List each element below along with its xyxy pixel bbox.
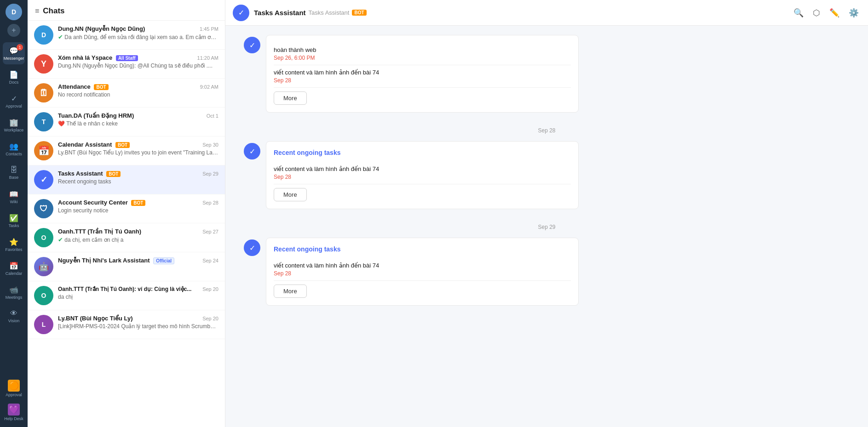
chat-avatar-tasks: ✓ [34, 170, 53, 189]
chat-item-yspace[interactable]: Y Xóm nhà lá Yspace All Staff 11:20 AM D… [28, 50, 225, 79]
workplace-icon: 🏢 [9, 118, 18, 127]
bot-avatar-2: ✓ [244, 143, 260, 159]
calendar-icon: 📅 [9, 262, 18, 270]
wiki-icon: 📖 [9, 190, 18, 199]
chat-item-attendance[interactable]: 🗓 Attendance BOT 9:02 AM No record notif… [28, 79, 225, 108]
chat-avatar-oanh2: O [34, 286, 53, 305]
user-avatar[interactable]: D [6, 4, 22, 20]
chat-content-tuan: Tuan.DA (Tuấn Đặng HRM) Oct 1 ❤️ Thế là … [58, 112, 218, 127]
sidebar-item-meetings[interactable]: 📹 Meetings [3, 281, 25, 303]
sidebar-item-approval[interactable]: ✓ Approval [3, 90, 25, 112]
chat-content-oanh: Oanh.TTT (Trần Thị Tú Oanh) Sep 27 ✔ da … [58, 228, 218, 243]
search-chat-button[interactable]: 🔍 [792, 6, 805, 20]
chat-avatar-dung: D [34, 25, 53, 45]
add-member-button[interactable]: ⬡ [811, 6, 822, 20]
more-button-3[interactable]: More [274, 285, 307, 298]
sidebar-item-wiki[interactable]: 📖 Wiki [3, 186, 25, 208]
chat-header-info: Tasks Assistant Tasks Assistant BOT [254, 9, 787, 17]
docs-icon: 📄 [9, 70, 18, 79]
edit-button[interactable]: ✏️ [828, 6, 841, 20]
check-icon-dung: ✔ [58, 34, 63, 40]
date-divider-sep28: Sep 28 [244, 127, 850, 134]
task-item-1a: hoàn thành web Sep 26, 6:00 PM [274, 43, 571, 65]
left-nav: D + 💬 Messenger 1 📄 Docs ✓ Approval 🏢 Wo… [0, 0, 28, 427]
chat-header-avatar: ✓ [233, 5, 249, 21]
message-card-1: hoàn thành web Sep 26, 6:00 PM viết cont… [266, 35, 579, 113]
chat-item-lark-assistant[interactable]: 🤖 Nguyễn Thị Nhi's Lark Assistant Offici… [28, 252, 225, 281]
chat-header-actions: 🔍 ⬡ ✏️ ⚙️ [792, 6, 861, 20]
bot-message-content-3: Recent ongoing tasks viết content và làm… [266, 238, 579, 307]
chat-item-tuan[interactable]: T Tuan.DA (Tuấn Đặng HRM) Oct 1 ❤️ Thế l… [28, 108, 225, 137]
chat-item-calendar-assistant[interactable]: 📅 Calendar Assistant BOT Sep 30 Ly.BNT (… [28, 137, 225, 165]
chat-content-dung: Dung.NN (Nguyễn Ngọc Dũng) 1:45 PM ✔ Da … [58, 25, 218, 40]
chat-content-oanh2: Oanh.TTT (Trần Thị Tú Oanh): ví dụ: Cùng… [58, 286, 218, 300]
chat-item-security[interactable]: 🛡 Account Security Center BOT Sep 28 Log… [28, 194, 225, 223]
check-icon-oanh: ✔ [58, 236, 63, 243]
chat-item-dung[interactable]: D Dung.NN (Nguyễn Ngọc Dũng) 1:45 PM ✔ D… [28, 21, 225, 50]
chat-content-calendar: Calendar Assistant BOT Sep 30 Ly.BNT (Bù… [58, 141, 218, 156]
settings-button[interactable]: ⚙️ [847, 6, 861, 20]
chat-messages: ✓ hoàn thành web Sep 26, 6:00 PM viết co… [225, 26, 868, 427]
task-item-1b: viết content và làm hình ảnh đến bài 74 … [274, 65, 571, 88]
sidebar-item-workplace[interactable]: 🏢 Workplace [3, 114, 25, 136]
chat-avatar-security: 🛡 [34, 199, 53, 218]
add-button[interactable]: + [7, 24, 20, 37]
chats-header-icon: ≡ [35, 7, 39, 15]
chat-avatar-tuan: T [34, 112, 53, 131]
chat-header-sub: Tasks Assistant [309, 9, 350, 16]
sidebar-item-favorites[interactable]: ⭐ Favorites [3, 233, 25, 256]
sidebar-item-contacts[interactable]: 👥 Contacts [3, 138, 25, 160]
security-bot-badge: BOT [131, 200, 145, 206]
calendar-bot-badge: BOT [115, 142, 130, 148]
sidebar-item-docs[interactable]: 📄 Docs [3, 66, 25, 88]
chat-header-bot-badge: BOT [352, 10, 366, 16]
chat-content-tasks: Tasks Assistant BOT Sep 29 Recent ongoin… [58, 170, 218, 185]
sidebar-item-vision[interactable]: 👁 Vision [3, 305, 25, 327]
sidebar-item-base[interactable]: 🗄 Base [3, 162, 25, 184]
approval2-icon: 🟠 [8, 380, 20, 392]
chat-item-oanh[interactable]: O Oanh.TTT (Trần Thị Tú Oanh) Sep 27 ✔ d… [28, 223, 225, 252]
yspace-badge: All Staff [116, 55, 138, 61]
message-row-section1: ✓ hoàn thành web Sep 26, 6:00 PM viết co… [244, 35, 850, 114]
chat-item-ly[interactable]: L Ly.BNT (Bùi Ngọc Tiểu Ly) Sep 20 [Link… [28, 310, 225, 339]
chats-title: Chats [43, 6, 64, 16]
chat-item-tasks-assistant[interactable]: ✓ Tasks Assistant BOT Sep 29 Recent ongo… [28, 165, 225, 194]
chat-content-yspace: Xóm nhà lá Yspace All Staff 11:20 AM Dun… [58, 54, 218, 69]
chat-avatar-calendar: 📅 [34, 141, 53, 160]
sidebar-item-messenger[interactable]: 💬 Messenger 1 [3, 42, 25, 64]
more-button-2[interactable]: More [274, 188, 307, 201]
heart-icon-tuan: ❤️ [58, 120, 65, 127]
favorites-icon: ⭐ [9, 238, 18, 246]
task-item-3a: viết content và làm hình ảnh đến bài 74 … [274, 258, 571, 281]
chat-avatar-lark: 🤖 [34, 257, 53, 276]
sidebar-item-calendar[interactable]: 📅 Calendar [3, 257, 25, 279]
sidebar-item-approval2[interactable]: 🟠 Approval [3, 377, 25, 399]
date-divider-sep29: Sep 29 [244, 224, 850, 230]
chat-avatar-oanh: O [34, 228, 53, 247]
sidebar-item-tasks[interactable]: ✅ Tasks [3, 210, 25, 232]
bot-message-content-1: hoàn thành web Sep 26, 6:00 PM viết cont… [266, 35, 579, 114]
vision-icon: 👁 [10, 309, 17, 318]
tasks-icon: ✅ [9, 214, 18, 222]
lark-official-badge: Official [153, 257, 174, 264]
approval-icon: ✓ [11, 94, 17, 103]
message-card-3: Recent ongoing tasks viết content và làm… [266, 238, 579, 306]
chat-avatar-yspace: Y [34, 54, 53, 74]
chat-item-oanh2[interactable]: O Oanh.TTT (Trần Thị Tú Oanh): ví dụ: Cù… [28, 281, 225, 310]
more-button-1[interactable]: More [274, 91, 307, 105]
chat-content-security: Account Security Center BOT Sep 28 Login… [58, 199, 218, 214]
sidebar-item-helpdesk[interactable]: 💜 Help Desk [3, 401, 25, 423]
chat-content-lark: Nguyễn Thị Nhi's Lark Assistant Official… [58, 257, 218, 266]
task-item-2a: viết content và làm hình ảnh đến bài 74 … [274, 162, 571, 184]
chat-header-name-text: Tasks Assistant [254, 9, 306, 17]
message-row-section2: ✓ Recent ongoing tasks viết content và l… [244, 141, 850, 211]
meetings-icon: 📹 [9, 285, 18, 294]
chat-list-header: ≡ Chats [28, 0, 225, 21]
message-card-2: Recent ongoing tasks viết content và làm… [266, 141, 579, 209]
chat-avatar-ly: L [34, 315, 53, 334]
message-row-section3: ✓ Recent ongoing tasks viết content và l… [244, 238, 850, 307]
contacts-icon: 👥 [9, 142, 18, 151]
messenger-badge: 1 [17, 44, 23, 51]
helpdesk-icon: 💜 [8, 404, 20, 416]
bot-message-content-2: Recent ongoing tasks viết content và làm… [266, 141, 579, 211]
